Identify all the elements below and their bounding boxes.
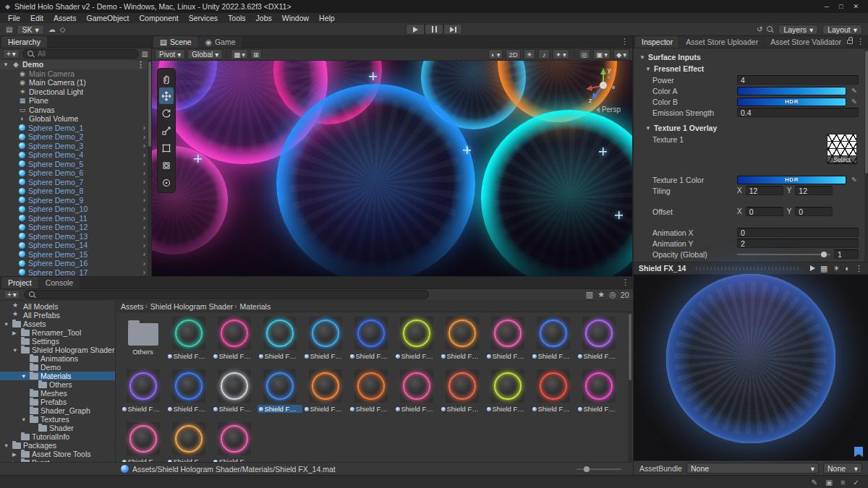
search-icon[interactable] bbox=[767, 26, 774, 33]
search-by-type-icon[interactable]: ▥ bbox=[586, 290, 593, 299]
material-item[interactable]: Shield FX_9 bbox=[530, 317, 576, 369]
project-tree-item[interactable]: Animations bbox=[0, 354, 115, 363]
move-tool[interactable] bbox=[159, 87, 174, 104]
slider-knob[interactable] bbox=[821, 252, 827, 257]
breadcrumb-item[interactable]: › Assets bbox=[121, 302, 144, 311]
material-thumbnail[interactable] bbox=[491, 317, 524, 350]
tab-console[interactable]: Console bbox=[39, 277, 80, 288]
hierarchy-item[interactable]: Sphere Demo_12 › bbox=[0, 223, 148, 232]
project-tree-item[interactable]: TutorialInfo bbox=[0, 432, 115, 441]
texture-1-thumbnail[interactable]: Select bbox=[827, 134, 857, 164]
hierarchy-item[interactable]: Sphere Demo_10 › bbox=[0, 205, 148, 214]
project-tree-item[interactable]: ▼ Packages bbox=[0, 441, 115, 450]
assetbundle-dropdown[interactable]: None ▾ bbox=[686, 463, 819, 474]
visibility-toggle[interactable]: ◎ bbox=[579, 49, 590, 59]
material-thumbnail[interactable] bbox=[309, 369, 342, 403]
hierarchy-item[interactable]: Sphere Demo_9 › bbox=[0, 196, 148, 205]
version-control-icon[interactable]: ◇ bbox=[60, 25, 66, 33]
menu-item[interactable]: File bbox=[3, 14, 25, 22]
snap-toggle[interactable]: ⊞ bbox=[250, 49, 262, 59]
status-icon[interactable]: ✓ bbox=[853, 478, 859, 487]
material-item[interactable]: Shield FX_5 bbox=[348, 317, 393, 369]
step-button[interactable] bbox=[443, 24, 462, 35]
opacity-slider[interactable] bbox=[737, 249, 830, 259]
foldout-icon[interactable]: ▼ bbox=[3, 61, 9, 68]
grid-visibility-dropdown[interactable]: ▦ ▾ bbox=[231, 49, 248, 59]
color-a-swatch[interactable] bbox=[737, 87, 846, 95]
lock-icon[interactable] bbox=[847, 40, 853, 44]
assetbundle-tag-icon[interactable] bbox=[854, 447, 863, 457]
panel-menu-icon[interactable]: ⋮ bbox=[621, 37, 629, 46]
material-item[interactable]: Shield FX_20 bbox=[530, 369, 576, 422]
shading-mode-dropdown[interactable]: ◐ ▾ bbox=[488, 49, 503, 59]
cloud-icon[interactable]: ☁ bbox=[48, 25, 56, 33]
undo-history-icon[interactable]: ↺ bbox=[757, 25, 762, 33]
pivot-dropdown[interactable]: Pivot ▾ bbox=[155, 49, 185, 59]
material-item[interactable]: Shield FX_21 bbox=[576, 369, 621, 422]
assetbundle-variant-dropdown[interactable]: None ▾ bbox=[823, 463, 862, 474]
tab-game[interactable]: ◉ Game bbox=[199, 36, 242, 48]
hierarchy-item[interactable]: Sphere Demo_6 › bbox=[0, 168, 148, 178]
project-tree-item[interactable]: ▶ Asset Store Tools bbox=[0, 450, 115, 458]
preview-lighting-icon[interactable]: ☀ bbox=[833, 264, 840, 273]
hierarchy-scrollbar[interactable] bbox=[148, 60, 151, 276]
foldout-icon[interactable]: ▶ bbox=[12, 330, 19, 336]
2d-toggle[interactable]: 2D bbox=[506, 49, 520, 59]
material-preview[interactable] bbox=[634, 275, 868, 461]
project-tree-item[interactable]: Demo bbox=[0, 363, 115, 372]
foldout-icon[interactable]: ▶ bbox=[12, 451, 19, 458]
tab-asset-store-validator[interactable]: Asset Store Validator bbox=[764, 36, 846, 48]
hierarchy-item[interactable]: Sphere Demo_8 › bbox=[0, 187, 148, 196]
grid-menu-icon[interactable]: ▤ bbox=[6, 25, 12, 33]
offset-x-field[interactable]: 0 bbox=[746, 207, 783, 216]
eyedropper-icon[interactable]: ✎ bbox=[850, 176, 859, 184]
favorite-star-icon[interactable]: ★ bbox=[597, 290, 605, 299]
material-item[interactable]: Shield FX_2 bbox=[211, 317, 257, 369]
material-thumbnail[interactable] bbox=[172, 369, 205, 403]
layers-dropdown[interactable]: Layers ▾ bbox=[778, 25, 818, 35]
preview-play-icon[interactable] bbox=[810, 265, 815, 271]
project-tree-item[interactable]: Meshes bbox=[0, 389, 115, 398]
eye-icon[interactable]: ◎ bbox=[609, 290, 616, 299]
menu-item[interactable]: GameObject bbox=[82, 14, 135, 22]
eyedropper-icon[interactable]: ✎ bbox=[850, 98, 859, 106]
material-thumbnail[interactable] bbox=[537, 369, 570, 403]
material-thumbnail[interactable] bbox=[263, 317, 297, 350]
material-item[interactable]: Shield FX_8 bbox=[485, 317, 530, 369]
power-field[interactable]: 4 bbox=[737, 75, 859, 85]
tab-hierarchy[interactable]: Hierarchy bbox=[1, 36, 47, 48]
material-item[interactable]: Shield FX_4 bbox=[302, 317, 348, 369]
hierarchy-item[interactable]: Sphere Demo_16 › bbox=[0, 259, 148, 268]
gizmos-dropdown[interactable]: ◆ ▾ bbox=[613, 49, 629, 59]
view-hand-tool[interactable] bbox=[159, 70, 174, 87]
project-tree-item[interactable]: Others bbox=[0, 380, 115, 389]
material-item[interactable]: Shield FX_24 bbox=[211, 422, 257, 462]
status-icon[interactable]: ✎ bbox=[811, 478, 817, 487]
project-tree-item[interactable]: ▼ Assets bbox=[0, 320, 115, 328]
tiling-y-field[interactable]: 12 bbox=[795, 186, 833, 195]
menu-item[interactable]: Jobs bbox=[251, 14, 277, 22]
panel-menu-icon[interactable]: ⋮ bbox=[621, 278, 629, 287]
add-object-button[interactable]: + ▾ bbox=[3, 49, 20, 59]
hierarchy-item[interactable]: Sphere Demo_5 › bbox=[0, 160, 148, 169]
animation-y-field[interactable]: 2 bbox=[737, 239, 859, 248]
menu-item[interactable]: Window bbox=[277, 14, 314, 22]
hierarchy-item[interactable]: Directional Light bbox=[0, 87, 148, 97]
hierarchy-item[interactable]: Sphere Demo_7 › bbox=[0, 178, 148, 187]
menu-item[interactable]: Services bbox=[184, 14, 223, 22]
scene-menu-icon[interactable]: ⋮ bbox=[137, 60, 148, 69]
tab-asset-store-uploader[interactable]: Asset Store Uploader bbox=[679, 36, 763, 48]
material-item[interactable]: Shield FX_16 bbox=[348, 369, 393, 422]
account-dropdown[interactable]: SK ▾ bbox=[17, 25, 43, 35]
tab-inspector[interactable]: Inspector bbox=[635, 36, 678, 48]
effects-dropdown[interactable]: ✦ ▾ bbox=[553, 49, 569, 59]
maximize-button[interactable]: □ bbox=[839, 3, 843, 10]
opacity-field[interactable]: 1 bbox=[834, 249, 859, 259]
texture-1-overlay-foldout[interactable]: ▼ Texture 1 Overlay bbox=[634, 122, 864, 134]
material-item[interactable]: Shield FX_12 bbox=[166, 369, 211, 422]
material-item[interactable]: Shield FX_14 bbox=[257, 369, 302, 422]
hierarchy-item[interactable]: Sphere Demo_1 › bbox=[0, 124, 148, 133]
global-dropdown[interactable]: Global ▾ bbox=[187, 49, 223, 59]
hierarchy-item[interactable]: Sphere Demo_4 › bbox=[0, 150, 148, 160]
material-thumbnail[interactable] bbox=[446, 317, 479, 350]
